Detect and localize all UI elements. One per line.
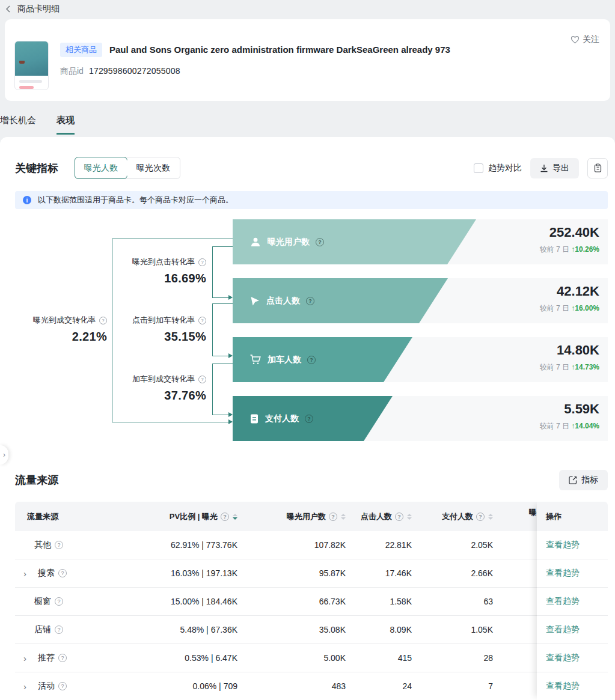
help-icon[interactable]: ? <box>395 513 403 521</box>
view-trend-link[interactable]: 查看趋势 <box>546 540 580 550</box>
sidebar-expander[interactable]: › <box>0 445 8 464</box>
metric-toggle: 曝光人数 曝光次数 <box>75 157 180 179</box>
key-metrics-title: 关键指标 <box>15 161 58 175</box>
help-icon[interactable]: ? <box>55 597 63 606</box>
stage-value: 5.59K <box>540 401 599 417</box>
help-icon[interactable]: ? <box>306 297 314 305</box>
conversion-value: 37.76% <box>132 389 206 403</box>
product-thumbnail[interactable] <box>14 41 49 90</box>
help-icon[interactable]: ? <box>58 654 67 662</box>
help-icon[interactable]: ? <box>221 513 229 521</box>
stage-change: 14.73% <box>575 363 599 371</box>
col-label: PV比例 | 曝光 <box>170 511 218 522</box>
stage-value: 252.40K <box>540 225 599 240</box>
help-icon[interactable]: ? <box>55 625 63 634</box>
help-icon[interactable]: ? <box>55 541 63 549</box>
help-icon[interactable]: ? <box>58 569 67 577</box>
click-users-value: 22.81K <box>346 540 412 550</box>
pay-users-value: 28 <box>412 653 493 663</box>
col-click-users[interactable]: 点击人数? <box>346 511 412 522</box>
stage-label: 曝光用户数 <box>268 237 310 248</box>
stage-label: 支付人数 <box>265 413 299 424</box>
product-id-label: 商品id <box>60 66 84 77</box>
export-button[interactable]: 导出 <box>530 158 579 178</box>
help-icon[interactable]: ? <box>198 376 206 383</box>
help-icon[interactable]: ? <box>58 682 67 690</box>
view-trend-link[interactable]: 查看趋势 <box>546 653 580 663</box>
view-trend-link[interactable]: 查看趋势 <box>546 624 580 635</box>
metrics-config-button[interactable]: 指标 <box>559 470 608 490</box>
help-icon[interactable]: ? <box>305 415 313 423</box>
help-icon[interactable]: ? <box>198 258 206 266</box>
help-icon[interactable]: ? <box>198 317 206 324</box>
conversion-label: 点击到加车转化率 <box>132 315 195 326</box>
compare-label: 较前 7 日 <box>540 304 569 312</box>
exposure-users-value: 107.82K <box>237 540 346 550</box>
col-label: 支付人数 <box>442 511 473 522</box>
help-icon[interactable]: ? <box>329 513 337 521</box>
follow-label: 关注 <box>583 34 599 45</box>
back-icon[interactable] <box>5 5 12 13</box>
click-users-value: 24 <box>346 681 412 691</box>
table-row: 橱窗? 15.00% | 184.46K 66.73K 1.58K 63 <box>15 588 608 616</box>
cursor-icon <box>249 296 260 306</box>
pv-value: 5.48% | 67.36K <box>105 625 237 635</box>
col-pay-users[interactable]: 支付人数? <box>412 511 493 522</box>
stage-label: 加车人数 <box>268 355 301 365</box>
toggle-exposure-users[interactable]: 曝光人数 <box>75 157 127 179</box>
source-name: 推荐 <box>38 653 55 663</box>
toggle-exposure-times[interactable]: 曝光次数 <box>127 157 180 178</box>
compare-label: 较前 7 日 <box>540 422 569 430</box>
metrics-config-label: 指标 <box>581 475 598 485</box>
pay-users-value: 7 <box>412 681 493 691</box>
tab-performance[interactable]: 表现 <box>57 115 75 135</box>
stage-value: 14.80K <box>540 342 599 358</box>
table-header-row: 流量来源 PV比例 | 曝光? 曝光用户数? 点击人数? 支付人数? 曝光到成交… <box>15 502 608 531</box>
funnel-arrow <box>228 419 233 424</box>
funnel-stage-cart[interactable]: 加车人数 ? <box>233 337 412 382</box>
click-users-value: 415 <box>346 653 412 663</box>
clipboard-button[interactable] <box>587 158 608 178</box>
pv-value: 0.06% | 709 <box>105 681 237 691</box>
help-icon[interactable]: ? <box>476 513 485 521</box>
funnel-connector <box>212 303 213 356</box>
col-label: 曝光用户数 <box>287 511 326 522</box>
col-exposure-users[interactable]: 曝光用户数? <box>237 511 346 522</box>
view-trend-link[interactable]: 查看趋势 <box>546 681 580 692</box>
tab-growth[interactable]: 增长机会 <box>0 115 36 135</box>
expand-chevron-icon[interactable]: › <box>23 568 32 579</box>
funnel-stage-row: 曝光用户数 ? 252.40K 较前 7 日 ↑10.26% <box>233 219 608 264</box>
follow-button[interactable]: 关注 <box>571 34 599 45</box>
sort-icon <box>488 514 493 520</box>
exposure-users-value: 5.00K <box>237 653 346 663</box>
source-name: 橱窗 <box>34 596 51 607</box>
conversion-label: 加车到成交转化率 <box>132 374 195 385</box>
source-name: 搜索 <box>38 568 55 579</box>
help-icon[interactable]: ? <box>316 238 324 246</box>
sort-icon <box>407 514 412 520</box>
clipboard-icon <box>593 163 602 173</box>
download-icon <box>540 164 548 172</box>
funnel-connector <box>212 415 228 415</box>
table-row: ›搜索? 16.03% | 197.13K 95.87K 17.46K 2.66… <box>15 559 608 588</box>
help-icon[interactable]: ? <box>307 356 316 364</box>
table-row: ›活动? 0.06% | 709 483 24 7 <box>15 672 608 700</box>
expand-chevron-icon[interactable]: › <box>23 653 32 663</box>
product-id-value: 1729598600272055008 <box>89 66 180 77</box>
expand-chevron-icon[interactable]: › <box>23 681 32 692</box>
view-trend-link[interactable]: 查看趋势 <box>546 568 580 579</box>
col-label: 点击人数 <box>361 511 392 522</box>
funnel-arrow <box>228 353 233 358</box>
col-pv-exposure[interactable]: PV比例 | 曝光? <box>105 511 237 522</box>
funnel-connector <box>212 356 228 356</box>
trend-compare-checkbox[interactable] <box>474 163 483 173</box>
placeholder-bar <box>19 86 34 89</box>
performance-panel: 关键指标 曝光人数 曝光次数 趋势对比 导出 i 以下数据范围适用于商品卡。每个… <box>0 137 615 700</box>
conversion-value: 2.21% <box>33 330 107 344</box>
view-trend-link[interactable]: 查看趋势 <box>546 596 580 607</box>
funnel-stage-exposure[interactable]: 曝光用户数 ? <box>233 219 476 264</box>
help-icon[interactable]: ? <box>99 317 107 324</box>
funnel-stage-pay[interactable]: 支付人数 ? <box>233 396 393 441</box>
pv-value: 0.53% | 6.47K <box>105 653 237 663</box>
funnel-stage-click[interactable]: 点击人数 ? <box>233 278 448 323</box>
